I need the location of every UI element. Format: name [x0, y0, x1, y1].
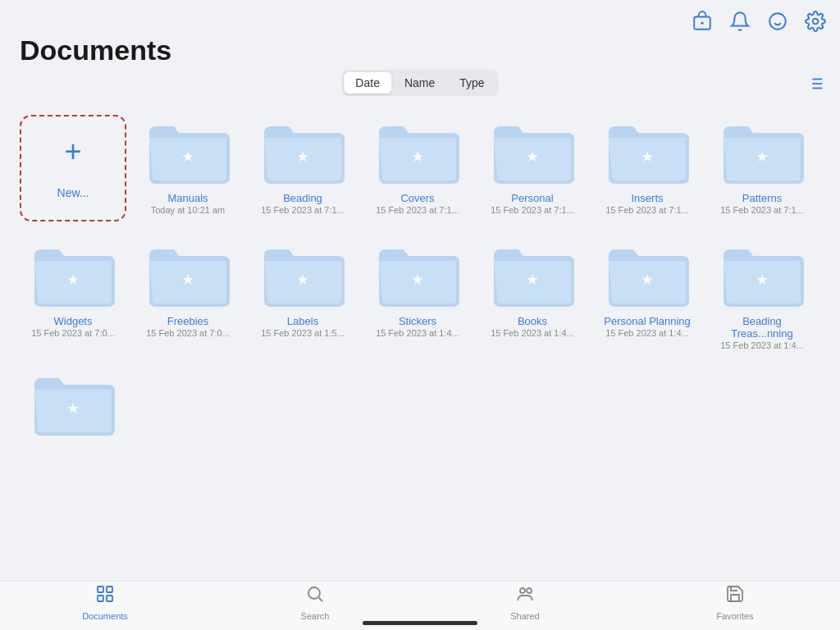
svg-point-32: [520, 588, 525, 593]
top-bar: [691, 10, 827, 33]
svg-point-33: [527, 588, 532, 593]
svg-text:★: ★: [296, 148, 309, 165]
svg-text:★: ★: [66, 400, 80, 417]
folder-personal-date: 15 Feb 2023 at 7:1...: [483, 205, 582, 215]
folder-beading-treas-date: 15 Feb 2023 at 1:4...: [713, 340, 811, 350]
folder-covers-info: Covers 15 Feb 2023 at 7:1...: [368, 192, 467, 215]
folder-personal-info: Personal 15 Feb 2023 at 7:1...: [483, 192, 582, 215]
folder-freebies-date: 15 Feb 2023 at 7:0...: [139, 328, 237, 338]
svg-text:★: ★: [526, 272, 539, 288]
svg-point-1: [701, 22, 703, 25]
folder-stickers[interactable]: ★ Stickers 15 Feb 2023 at 1:4...: [364, 238, 471, 338]
grid-row-2: ★ Widgets 15 Feb 2023 at 7:0... ★ Freebi…: [20, 238, 820, 350]
home-indicator: [363, 621, 477, 625]
folder-inserts-date: 15 Feb 2023 at 7:1...: [598, 205, 696, 215]
svg-point-30: [308, 587, 320, 599]
folder-personal-planning[interactable]: ★ Personal Planning 15 Feb 2023 at 1:4..…: [594, 238, 701, 338]
new-folder-label: New...: [57, 186, 89, 199]
svg-line-31: [319, 598, 323, 602]
folder-beading-treas[interactable]: ★ Beading Treas...nning 15 Feb 2023 at 1…: [709, 238, 815, 350]
bag-icon[interactable]: [691, 10, 714, 33]
folder-widgets-date: 15 Feb 2023 at 7:0...: [24, 328, 122, 338]
folder-manuals-info: Manuals Today at 10:21 am: [139, 192, 237, 215]
sort-type-button[interactable]: Type: [448, 72, 495, 94]
svg-text:★: ★: [66, 272, 80, 288]
folder-manuals[interactable]: ★ Manuals Today at 10:21 am: [135, 115, 241, 215]
nav-search-label: Search: [301, 611, 330, 621]
folder-covers-name: Covers: [368, 192, 467, 204]
grid-row-3: ★: [20, 367, 820, 439]
sort-bar: Date Name Type: [341, 70, 498, 96]
folder-labels-name: Labels: [253, 315, 352, 327]
svg-point-5: [813, 19, 819, 25]
svg-text:★: ★: [526, 148, 539, 165]
folder-beading[interactable]: ★ Beading 15 Feb 2023 at 7:1...: [249, 115, 356, 215]
folder-patterns-name: Patterns: [713, 192, 811, 204]
folder-inserts-name: Inserts: [598, 192, 696, 204]
folder-labels[interactable]: ★ Labels 15 Feb 2023 at 1:5...: [249, 238, 356, 338]
folder-covers-date: 15 Feb 2023 at 7:1...: [368, 205, 467, 215]
folder-personal[interactable]: ★ Personal 15 Feb 2023 at 7:1...: [479, 115, 586, 215]
folder-beading-treas-info: Beading Treas...nning 15 Feb 2023 at 1:4…: [713, 315, 811, 350]
folder-inserts[interactable]: ★ Inserts 15 Feb 2023 at 7:1...: [594, 115, 701, 215]
folder-beading-info: Beading 15 Feb 2023 at 7:1...: [253, 192, 352, 215]
folder-personal-planning-info: Personal Planning 15 Feb 2023 at 1:4...: [598, 315, 696, 338]
folder-beading-date: 15 Feb 2023 at 7:1...: [253, 205, 352, 215]
folder-stickers-info: Stickers 15 Feb 2023 at 1:4...: [368, 315, 467, 338]
svg-text:★: ★: [641, 272, 654, 288]
nav-favorites[interactable]: Favorites: [702, 584, 768, 621]
folder-labels-date: 15 Feb 2023 at 1:5...: [253, 328, 352, 338]
folder-widgets-info: Widgets 15 Feb 2023 at 7:0...: [24, 315, 122, 338]
folder-stickers-date: 15 Feb 2023 at 1:4...: [368, 328, 467, 338]
bell-icon[interactable]: [728, 10, 751, 33]
shared-icon: [515, 584, 535, 609]
favorites-icon: [725, 584, 745, 609]
folder-widgets-name: Widgets: [24, 315, 122, 327]
nav-documents[interactable]: Documents: [72, 584, 138, 621]
svg-text:★: ★: [296, 272, 309, 288]
svg-point-2: [769, 13, 786, 30]
folder-stickers-name: Stickers: [368, 315, 467, 327]
face-icon[interactable]: [766, 10, 789, 33]
folder-inserts-info: Inserts 15 Feb 2023 at 7:1...: [598, 192, 696, 215]
folder-beading-name: Beading: [253, 192, 352, 204]
folder-books[interactable]: ★ Books 15 Feb 2023 at 1:4...: [479, 238, 586, 338]
folder-labels-info: Labels 15 Feb 2023 at 1:5...: [253, 315, 352, 338]
nav-search[interactable]: Search: [282, 584, 348, 621]
folder-patterns[interactable]: ★ Patterns 15 Feb 2023 at 7:1...: [709, 115, 815, 215]
svg-rect-29: [107, 596, 112, 601]
nav-favorites-label: Favorites: [716, 611, 753, 621]
nav-shared[interactable]: Shared: [492, 584, 558, 621]
folder-personal-planning-date: 15 Feb 2023 at 1:4...: [598, 328, 696, 338]
folder-books-date: 15 Feb 2023 at 1:4...: [483, 328, 582, 338]
new-folder-button[interactable]: + New...: [20, 115, 126, 221]
folder-freebies[interactable]: ★ Freebies 15 Feb 2023 at 7:0...: [135, 238, 241, 338]
documents-icon: [95, 584, 115, 609]
svg-text:★: ★: [411, 272, 424, 288]
svg-text:★: ★: [756, 272, 769, 288]
folder-books-info: Books 15 Feb 2023 at 1:4...: [483, 315, 582, 338]
svg-text:★: ★: [181, 148, 194, 165]
sort-name-button[interactable]: Name: [393, 72, 446, 94]
svg-text:★: ★: [756, 148, 769, 165]
sort-date-button[interactable]: Date: [344, 72, 391, 94]
svg-rect-26: [98, 587, 103, 592]
folder-books-name: Books: [483, 315, 582, 327]
folder-personal-name: Personal: [483, 192, 582, 204]
folder-freebies-name: Freebies: [139, 315, 237, 327]
folder-partial[interactable]: ★: [20, 367, 126, 439]
nav-shared-label: Shared: [510, 611, 539, 621]
grid-row-1: + New... ★ Manuals Today at 10:21 am ★: [20, 115, 820, 221]
svg-text:★: ★: [411, 148, 424, 165]
plus-icon: +: [64, 137, 81, 167]
gear-icon[interactable]: [804, 10, 827, 33]
folder-manuals-name: Manuals: [139, 192, 237, 204]
folder-widgets[interactable]: ★ Widgets 15 Feb 2023 at 7:0...: [20, 238, 126, 338]
page-title: Documents: [20, 34, 171, 66]
folder-manuals-date: Today at 10:21 am: [139, 205, 237, 215]
folder-freebies-info: Freebies 15 Feb 2023 at 7:0...: [139, 315, 237, 338]
list-view-button[interactable]: [804, 72, 827, 95]
folder-personal-planning-name: Personal Planning: [598, 315, 696, 327]
folder-covers[interactable]: ★ Covers 15 Feb 2023 at 7:1...: [364, 115, 471, 215]
folder-beading-treas-name: Beading Treas...nning: [713, 315, 811, 340]
